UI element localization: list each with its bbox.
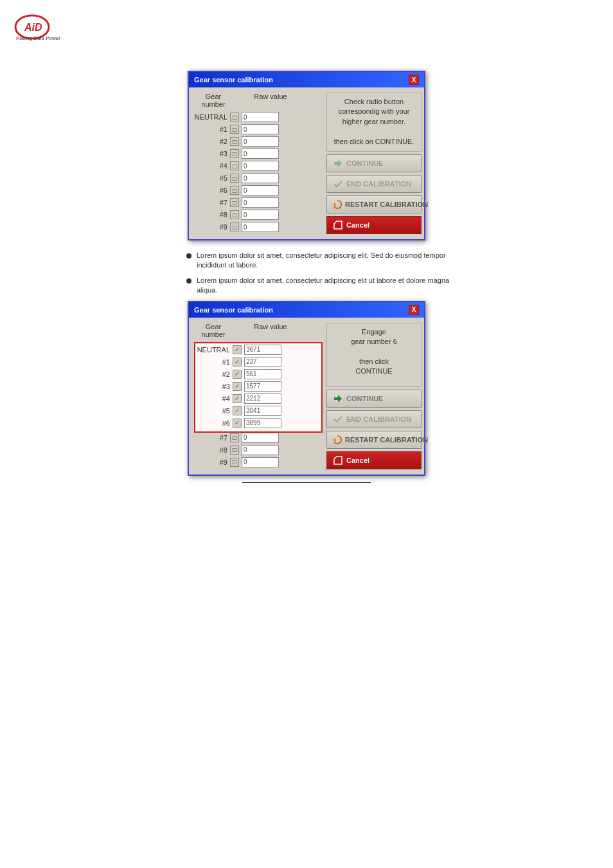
svg-marker-8: [334, 457, 342, 464]
d2-gear-label-3: #3: [197, 383, 230, 390]
d2-gear-input-9[interactable]: [242, 457, 279, 467]
gear-checkbox-8[interactable]: □: [230, 210, 239, 219]
gear-label-2: #2: [194, 138, 227, 145]
d2-gear-input-3[interactable]: [244, 381, 281, 392]
svg-marker-6: [334, 395, 342, 402]
gear-input-4[interactable]: [242, 161, 279, 171]
table-row: #5 □: [194, 173, 323, 183]
logo-area: AiD Racing Data Power: [13, 13, 77, 51]
d2-gear-checkbox-neutral[interactable]: ✓: [233, 345, 242, 354]
d2-gear-input-neutral[interactable]: [244, 345, 281, 355]
end-calibration-button[interactable]: END CALIBRATION: [326, 175, 422, 193]
d2-gear-label-5: #5: [197, 407, 230, 415]
aim-logo: AiD Racing Data Power: [13, 13, 71, 48]
table-row: #1 ✓: [197, 357, 320, 367]
d2-gear-checkbox-2[interactable]: ✓: [233, 370, 242, 379]
gear-input-2[interactable]: [242, 136, 279, 147]
dialog2-close-button[interactable]: X: [409, 305, 419, 315]
header-raw-value: Raw value: [248, 93, 293, 108]
bullet-icon: [186, 253, 191, 258]
restart-calibration-button[interactable]: RESTART CALIBRATION: [326, 195, 422, 213]
gear-input-7[interactable]: [242, 197, 279, 208]
d2-end-calibration-button[interactable]: END CALIBRATION: [326, 410, 422, 428]
dialog1-close-button[interactable]: X: [409, 75, 419, 85]
d2-gear-checkbox-9[interactable]: □: [230, 458, 239, 467]
table-row: #8 □: [194, 210, 323, 220]
dialog1-right-panel: Check radio button correspondig with you…: [326, 93, 422, 234]
table-row: #3 ✓: [197, 381, 320, 392]
d2-gear-checkbox-4[interactable]: ✓: [233, 394, 242, 403]
table-row: #9 □: [194, 222, 323, 232]
dialog1-gear-table: Gear number Raw value NEUTRAL □ #1 □: [194, 93, 323, 234]
d2-gear-checkbox-7[interactable]: □: [230, 433, 239, 442]
d2-gear-input-1[interactable]: [244, 357, 281, 367]
d2-gear-checkbox-6[interactable]: ✓: [233, 419, 242, 428]
table-row: NEUTRAL ✓: [197, 345, 320, 355]
gear-checkbox-6[interactable]: □: [230, 186, 239, 195]
dialog1-title: Gear sensor calibration: [194, 76, 273, 84]
d2-gear-label-1: #1: [197, 358, 230, 366]
page-container: AiD Racing Data Power Gear sensor calibr…: [0, 0, 613, 868]
d2-gear-input-7[interactable]: [242, 433, 279, 443]
table-row: #8 □: [194, 445, 323, 455]
d2-gear-checkbox-5[interactable]: ✓: [233, 406, 242, 415]
gear-checkbox-neutral[interactable]: □: [230, 113, 239, 122]
dialog2-titlebar: Gear sensor calibration X: [189, 302, 424, 318]
d2-checkmark-icon: [332, 413, 344, 425]
d2-gear-label-9: #9: [194, 458, 227, 466]
gear-input-6[interactable]: [242, 185, 279, 195]
gear-checkbox-1[interactable]: □: [230, 125, 239, 134]
continue-button[interactable]: CONTINUE: [326, 154, 422, 172]
gear-checkbox-2[interactable]: □: [230, 137, 239, 146]
gear-input-3[interactable]: [242, 149, 279, 159]
d2-restart-calibration-button[interactable]: RESTART CALIBRATION: [326, 431, 422, 449]
d2-gear-input-8[interactable]: [242, 445, 279, 455]
d2-cancel-button[interactable]: Cancel: [326, 451, 422, 469]
dialog1-box: Gear sensor calibration X Gear number Ra…: [188, 71, 425, 240]
table-row: #6 ✓: [197, 418, 320, 428]
d2-gear-checkbox-1[interactable]: ✓: [233, 357, 242, 366]
d2-gear-input-2[interactable]: [244, 369, 281, 379]
gear-label-3: #3: [194, 150, 227, 158]
checkmark-icon: [332, 178, 344, 190]
d2-gear-checkbox-3[interactable]: ✓: [233, 382, 242, 391]
bullet-icon-2: [186, 278, 191, 284]
gear-input-5[interactable]: [242, 173, 279, 183]
d2-gear-input-4[interactable]: [244, 393, 281, 404]
gear-label-9: #9: [194, 223, 227, 231]
table-row: NEUTRAL □: [194, 112, 323, 122]
gear-input-8[interactable]: [242, 210, 279, 220]
dialog2-header-row: Gear number Raw value: [194, 323, 323, 338]
gear-checkbox-5[interactable]: □: [230, 174, 239, 183]
bullet-section: Lorem ipsum dolor sit amet, consectetur …: [186, 251, 600, 296]
d2-cancel-icon: [332, 455, 344, 466]
gear-label-6: #6: [194, 186, 227, 194]
table-row: #2 □: [194, 136, 323, 147]
cancel-button[interactable]: Cancel: [326, 216, 422, 234]
dialog1-section: Gear sensor calibration X Gear number Ra…: [13, 71, 600, 240]
gear-checkbox-9[interactable]: □: [230, 222, 239, 231]
gear-checkbox-4[interactable]: □: [230, 161, 239, 170]
dialog1-instruction: Check radio button correspondig with you…: [326, 93, 422, 152]
d2-gear-checkbox-8[interactable]: □: [230, 446, 239, 455]
gear-input-1[interactable]: [242, 124, 279, 134]
gear-checkbox-7[interactable]: □: [230, 198, 239, 207]
d2-gear-label-8: #8: [194, 446, 227, 454]
continue-arrow-icon: [332, 158, 344, 169]
d2-gear-input-5[interactable]: [244, 406, 281, 416]
d2-gear-input-6[interactable]: [244, 418, 281, 428]
gear-label-neutral: NEUTRAL: [194, 113, 227, 121]
gear-input-neutral[interactable]: [242, 112, 279, 122]
bullet-text-2: Lorem ipsum dolor sit amet, consectetur …: [197, 276, 466, 296]
svg-marker-7: [333, 438, 335, 442]
table-row: #7 □: [194, 197, 323, 208]
gear-input-9[interactable]: [242, 222, 279, 232]
bullet-text-1: Lorem ipsum dolor sit amet, consectetur …: [197, 251, 466, 271]
highlighted-gear-rows: NEUTRAL ✓ #1 ✓ #2 ✓: [194, 342, 323, 433]
dialog2-right-panel: Engagegear number 6then clickCONTINUE CO…: [326, 323, 422, 469]
d2-continue-arrow-icon: [332, 393, 344, 404]
gear-label-1: #1: [194, 125, 227, 133]
d2-gear-label-4: #4: [197, 395, 230, 402]
gear-checkbox-3[interactable]: □: [230, 149, 239, 158]
d2-continue-button[interactable]: CONTINUE: [326, 390, 422, 408]
